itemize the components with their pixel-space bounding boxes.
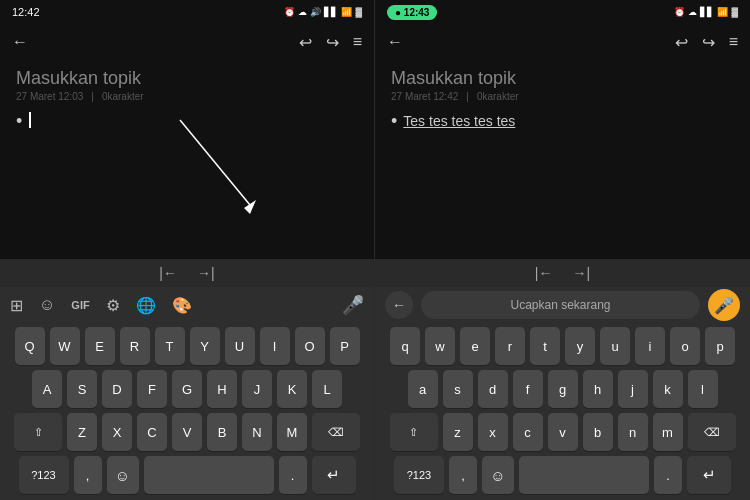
left-key-row-3: ⇧ Z X C V B N M ⌫	[4, 413, 370, 451]
key-D[interactable]: D	[102, 370, 132, 408]
voice-back-icon: ←	[392, 297, 406, 313]
right-redo-button[interactable]: ↪	[702, 33, 715, 52]
key-O[interactable]: O	[295, 327, 325, 365]
key-g[interactable]: g	[548, 370, 578, 408]
key-i[interactable]: i	[635, 327, 665, 365]
key-w[interactable]: w	[425, 327, 455, 365]
right-back-button[interactable]: ←	[387, 33, 403, 51]
key-t[interactable]: t	[530, 327, 560, 365]
key-R[interactable]: R	[120, 327, 150, 365]
key-p[interactable]: p	[705, 327, 735, 365]
right-key-comma[interactable]: ,	[449, 456, 477, 494]
theme-icon[interactable]: 🎨	[172, 296, 192, 315]
right-wifi-icon: 📶	[717, 7, 728, 17]
key-space[interactable]	[144, 456, 274, 494]
key-G[interactable]: G	[172, 370, 202, 408]
key-m[interactable]: m	[653, 413, 683, 451]
key-period[interactable]: .	[279, 456, 307, 494]
right-key-space[interactable]	[519, 456, 649, 494]
key-s[interactable]: s	[443, 370, 473, 408]
key-n[interactable]: n	[618, 413, 648, 451]
key-c[interactable]: c	[513, 413, 543, 451]
key-S[interactable]: S	[67, 370, 97, 408]
right-key-row-bottom: ?123 , ☺ . ↵	[379, 456, 746, 494]
gif-button[interactable]: GIF	[71, 299, 89, 311]
left-redo-button[interactable]: ↪	[326, 33, 339, 52]
left-bullet-item: •	[16, 112, 358, 132]
left-undo-button[interactable]: ↩	[299, 33, 312, 52]
key-a[interactable]: a	[408, 370, 438, 408]
key-C[interactable]: C	[137, 413, 167, 451]
key-o[interactable]: o	[670, 327, 700, 365]
left-phone-panel: 12:42 ⏰ ☁ 🔊 ▋▋ 📶 ▓ ← ↩ ↪ ≡ Masukkan topi…	[0, 0, 375, 500]
key-X[interactable]: X	[102, 413, 132, 451]
key-y[interactable]: y	[565, 327, 595, 365]
right-menu-button[interactable]: ≡	[729, 33, 738, 51]
key-N[interactable]: N	[242, 413, 272, 451]
key-v[interactable]: v	[548, 413, 578, 451]
key-J[interactable]: J	[242, 370, 272, 408]
voice-mic-button[interactable]: 🎤	[708, 289, 740, 321]
key-Z[interactable]: Z	[67, 413, 97, 451]
left-kb-left-icon[interactable]: |←	[159, 265, 177, 281]
key-M[interactable]: M	[277, 413, 307, 451]
key-B[interactable]: B	[207, 413, 237, 451]
key-L[interactable]: L	[312, 370, 342, 408]
mic-icon[interactable]: 🎤	[342, 294, 364, 316]
key-U[interactable]: U	[225, 327, 255, 365]
key-comma[interactable]: ,	[74, 456, 102, 494]
key-z[interactable]: z	[443, 413, 473, 451]
key-K[interactable]: K	[277, 370, 307, 408]
key-numbers[interactable]: ?123	[19, 456, 69, 494]
key-r[interactable]: r	[495, 327, 525, 365]
key-f[interactable]: f	[513, 370, 543, 408]
key-backspace[interactable]: ⌫	[312, 413, 360, 451]
left-menu-button[interactable]: ≡	[353, 33, 362, 51]
key-I[interactable]: I	[260, 327, 290, 365]
key-d[interactable]: d	[478, 370, 508, 408]
right-key-emoji[interactable]: ☺	[482, 456, 514, 494]
left-back-button[interactable]: ←	[12, 33, 28, 51]
key-k[interactable]: k	[653, 370, 683, 408]
key-F[interactable]: F	[137, 370, 167, 408]
key-b[interactable]: b	[583, 413, 613, 451]
right-top-bar-left: ←	[387, 33, 403, 51]
key-P[interactable]: P	[330, 327, 360, 365]
right-note-content[interactable]: • Tes tes tes tes tes	[375, 106, 750, 259]
key-Q[interactable]: Q	[15, 327, 45, 365]
key-V[interactable]: V	[172, 413, 202, 451]
key-H[interactable]: H	[207, 370, 237, 408]
key-shift[interactable]: ⇧	[14, 413, 62, 451]
key-emoji[interactable]: ☺	[107, 456, 139, 494]
key-e[interactable]: e	[460, 327, 490, 365]
key-W[interactable]: W	[50, 327, 80, 365]
grid-icon[interactable]: ⊞	[10, 296, 23, 315]
key-x[interactable]: x	[478, 413, 508, 451]
key-h[interactable]: h	[583, 370, 613, 408]
key-E[interactable]: E	[85, 327, 115, 365]
settings-icon[interactable]: ⚙	[106, 296, 120, 315]
right-kb-right-icon[interactable]: →|	[573, 265, 591, 281]
left-kb-right-icon[interactable]: →|	[197, 265, 215, 281]
key-T[interactable]: T	[155, 327, 185, 365]
key-Y[interactable]: Y	[190, 327, 220, 365]
translate-icon[interactable]: 🌐	[136, 296, 156, 315]
right-key-shift[interactable]: ⇧	[390, 413, 438, 451]
right-note-header: Masukkan topik 27 Maret 12:42 | 0karakte…	[375, 60, 750, 106]
key-enter[interactable]: ↵	[312, 456, 356, 494]
key-u[interactable]: u	[600, 327, 630, 365]
key-A[interactable]: A	[32, 370, 62, 408]
key-l[interactable]: l	[688, 370, 718, 408]
key-j[interactable]: j	[618, 370, 648, 408]
left-key-row-2: A S D F G H J K L	[4, 370, 370, 408]
sticker-icon[interactable]: ☺	[39, 296, 55, 314]
right-key-backspace[interactable]: ⌫	[688, 413, 736, 451]
left-note-content[interactable]: •	[0, 106, 374, 259]
right-kb-left-icon[interactable]: |←	[535, 265, 553, 281]
right-key-numbers[interactable]: ?123	[394, 456, 444, 494]
key-q[interactable]: q	[390, 327, 420, 365]
right-key-enter[interactable]: ↵	[687, 456, 731, 494]
right-undo-button[interactable]: ↩	[675, 33, 688, 52]
right-key-period[interactable]: .	[654, 456, 682, 494]
voice-back-button[interactable]: ←	[385, 291, 413, 319]
